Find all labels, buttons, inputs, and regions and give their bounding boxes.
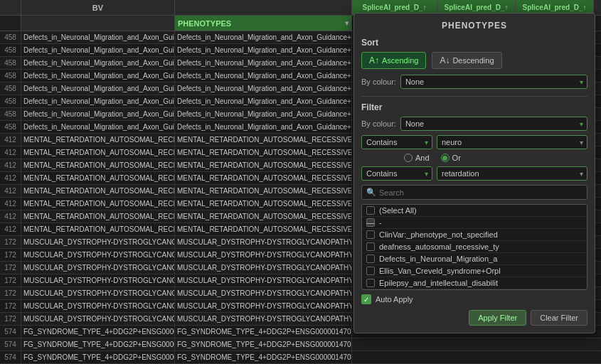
- filter-colour-dropdown[interactable]: None: [400, 117, 587, 131]
- row-bv-cell: MENTAL_RETARDATION_AUTOSOMAL_RECESSIVE_T…: [21, 172, 175, 184]
- row-num-cell: 412: [0, 223, 21, 235]
- row-pheno-cell: Defects_in_Neuronal_Migration_and_Axon_G…: [175, 108, 352, 120]
- checkbox-item[interactable]: Epilepsy_and_intellectual_disabilit: [362, 277, 587, 289]
- row-num-cell: 172: [0, 313, 21, 325]
- search-icon: 🔍: [366, 188, 376, 197]
- filter-condition1-dropdown[interactable]: Contains Does not contain Equals: [361, 135, 432, 149]
- clear-filter-button[interactable]: Clear Filter: [531, 310, 587, 326]
- filter-by-colour-row: By colour: None ▾: [361, 117, 587, 131]
- checkbox-item[interactable]: (Select All): [362, 205, 587, 217]
- row-num-cell: 172: [0, 236, 21, 248]
- filter-condition1-row: Contains Does not contain Equals ▾ ▾: [361, 135, 587, 149]
- table-row: 574 FG_SYNDROME_TYPE_4+DDG2P+ENSG0000014…: [0, 351, 601, 364]
- row-bv-cell: FG_SYNDROME_TYPE_4+DDG2P+ENSG00000147044…: [21, 326, 175, 338]
- descending-label: Descending: [452, 56, 494, 65]
- and-option[interactable]: And: [404, 154, 430, 162]
- ascending-button[interactable]: A↑ Ascending: [361, 52, 426, 69]
- row-pheno-cell: MENTAL_RETARDATION_AUTOSOMAL_RECESSIVE_T…: [175, 210, 352, 223]
- row-bv-cell: MENTAL_RETARDATION_AUTOSOMAL_RECESSIVE_T…: [21, 223, 175, 235]
- search-input[interactable]: [379, 188, 583, 197]
- checkbox-item[interactable]: Ellis_Van_Creveld_syndrome+Orpl: [362, 265, 587, 277]
- row-pheno-cell: Defects_in_Neuronal_Migration_and_Axon_G…: [175, 44, 352, 56]
- descending-button[interactable]: A↓ Descending: [432, 52, 501, 69]
- row-pheno-cell: MUSCULAR_DYSTROPHY-DYSTROGLYCANOPATHY_CO…: [175, 287, 352, 299]
- sort-colour-dropdown[interactable]: None: [400, 75, 587, 89]
- checkbox-item[interactable]: Defects_in_Neuronal_Migration_a: [362, 253, 587, 265]
- ascending-label: Ascending: [382, 56, 418, 65]
- row-num-cell: 172: [0, 274, 21, 287]
- filter-condition1-wrapper: Contains Does not contain Equals ▾: [361, 135, 432, 149]
- sort-colour-dropdown-wrapper: None ▾: [400, 75, 587, 89]
- filter-value1-input[interactable]: [437, 135, 587, 149]
- row-pheno-cell: MENTAL_RETARDATION_AUTOSOMAL_RECESSIVE_T…: [175, 223, 352, 235]
- row-num-cell: 458: [0, 31, 21, 43]
- checkbox[interactable]: [366, 267, 375, 275]
- row-bv-cell: MENTAL_RETARDATION_AUTOSOMAL_RECESSIVE_T…: [21, 159, 175, 171]
- row-bv-cell: MUSCULAR_DYSTROPHY-DYSTROGLYCANOPATHY_CO…: [21, 249, 175, 261]
- row-bv-cell: Defects_in_Neuronal_Migration_and_Axon_G…: [21, 108, 175, 120]
- row-bv-cell: Defects_in_Neuronal_Migration_and_Axon_G…: [21, 95, 175, 107]
- row-num-cell: 412: [0, 210, 21, 223]
- row-pheno-cell: FG_SYNDROME_TYPE_4+DDG2P+ENSG00000147044…: [175, 338, 352, 350]
- filter-by-colour-label: By colour:: [361, 119, 396, 128]
- or-label: Or: [452, 154, 461, 162]
- row-num-cell: 458: [0, 82, 21, 95]
- row-num-cell: 412: [0, 134, 21, 146]
- or-radio[interactable]: [441, 154, 450, 162]
- row-num-cell: 172: [0, 249, 21, 261]
- row-num-cell: 172: [0, 300, 21, 312]
- filter-value1-wrapper: ▾: [437, 135, 587, 149]
- row-num-cell: 458: [0, 121, 21, 133]
- auto-apply-row: ✓ Auto Apply: [361, 294, 587, 304]
- row-pheno-cell: Defects_in_Neuronal_Migration_and_Axon_G…: [175, 121, 352, 133]
- row-num-header: [0, 0, 21, 16]
- checkbox[interactable]: [366, 230, 375, 239]
- apply-filter-button[interactable]: Apply Filter: [469, 310, 526, 326]
- checkbox[interactable]: [366, 279, 375, 287]
- row-pheno-cell: MUSCULAR_DYSTROPHY-DYSTROGLYCANOPATHY_CO…: [175, 236, 352, 248]
- row-pheno-cell: MENTAL_RETARDATION_AUTOSOMAL_RECESSIVE_T…: [175, 172, 352, 184]
- checkbox-label: ClinVar:_phenotype_not_specified: [379, 230, 498, 239]
- row-pheno-cell: FG_SYNDROME_TYPE_4+DDG2P+ENSG00000147044…: [175, 351, 352, 363]
- row-num-cell: 458: [0, 70, 21, 82]
- phenotypes-filter-arrow[interactable]: ▾: [345, 19, 349, 27]
- checkbox[interactable]: —: [366, 218, 375, 227]
- checkbox-item[interactable]: ClinVar:_phenotype_not_specified: [362, 229, 587, 241]
- row-bv-cell: Defects_in_Neuronal_Migration_and_Axon_G…: [21, 57, 175, 69]
- checkbox[interactable]: [366, 206, 375, 215]
- row-bv-cell: MENTAL_RETARDATION_AUTOSOMAL_RECESSIVE_T…: [21, 198, 175, 210]
- col-bv-header: BV: [21, 0, 175, 16]
- checkbox-item[interactable]: —-: [362, 217, 587, 229]
- filter-value2-input[interactable]: [437, 166, 587, 181]
- phenotypes-col-header[interactable]: PHENOTYPES ▾: [175, 16, 352, 31]
- row-num-cell: 458: [0, 95, 21, 107]
- filter-sort-popup: PHENOTYPES Sort A↑ Ascending A↓ Descendi…: [353, 13, 595, 333]
- row-num-cell: 458: [0, 57, 21, 69]
- filter-section: Filter By colour: None ▾ Contains Does n…: [361, 96, 587, 326]
- checkbox-label: (Select All): [379, 206, 417, 215]
- descending-icon: A↓: [440, 55, 450, 65]
- row-num-cell: 412: [0, 146, 21, 159]
- checkbox[interactable]: [366, 255, 375, 263]
- filter-colour-dropdown-wrapper: None ▾: [400, 117, 587, 131]
- row-bv-cell: MUSCULAR_DYSTROPHY-DYSTROGLYCANOPATHY_CO…: [21, 262, 175, 274]
- row-pheno-cell: MENTAL_RETARDATION_AUTOSOMAL_RECESSIVE_T…: [175, 198, 352, 210]
- and-radio[interactable]: [404, 154, 413, 162]
- search-box: 🔍: [361, 185, 587, 200]
- checkbox-label: Defects_in_Neuronal_Migration_a: [379, 255, 497, 263]
- row-bv-cell: MUSCULAR_DYSTROPHY-DYSTROGLYCANOPATHY_CO…: [21, 313, 175, 325]
- filter-condition2-dropdown[interactable]: Contains Does not contain Equals: [361, 166, 432, 181]
- row-pheno-cell: MUSCULAR_DYSTROPHY-DYSTROGLYCANOPATHY_CO…: [175, 274, 352, 287]
- row-num-cell: 574: [0, 326, 21, 338]
- sort-by-colour-label: By colour:: [361, 77, 396, 86]
- auto-apply-checkbox[interactable]: ✓: [361, 294, 371, 304]
- filter-condition2-row: Contains Does not contain Equals ▾ ▾: [361, 166, 587, 181]
- or-option[interactable]: Or: [441, 154, 461, 162]
- row-bv-cell: MENTAL_RETARDATION_AUTOSOMAL_RECESSIVE_T…: [21, 134, 175, 146]
- checkbox[interactable]: [366, 242, 375, 251]
- row-pheno-cell: Defects_in_Neuronal_Migration_and_Axon_G…: [175, 95, 352, 107]
- checkbox-item[interactable]: deafness_autosomal_recessive_ty: [362, 241, 587, 253]
- row-pheno-cell: MENTAL_RETARDATION_AUTOSOMAL_RECESSIVE_T…: [175, 185, 352, 197]
- row-bv-cell: Defects_in_Neuronal_Migration_and_Axon_G…: [21, 31, 175, 43]
- row-pheno-cell: MUSCULAR_DYSTROPHY-DYSTROGLYCANOPATHY_CO…: [175, 249, 352, 261]
